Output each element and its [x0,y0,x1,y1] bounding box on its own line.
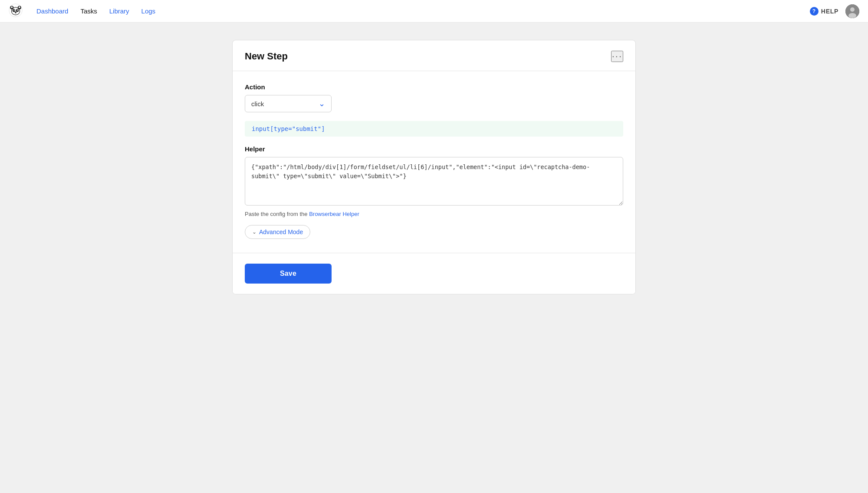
chevron-down-small-icon: ⌄ [252,229,256,235]
avatar[interactable] [845,4,859,18]
card-header: New Step ··· [233,40,635,71]
chevron-down-icon: ⌄ [319,99,325,108]
nav-link-tasks[interactable]: Tasks [80,7,97,15]
svg-point-8 [13,10,14,10]
save-button[interactable]: Save [245,264,332,284]
browserbear-helper-link[interactable]: Browserbear Helper [309,211,359,217]
card-footer: Save [233,253,635,294]
svg-point-10 [15,11,16,13]
selector-display: input[type="submit"] [245,121,623,137]
action-value: click [251,100,264,108]
advanced-mode-label: Advanced Mode [259,229,303,235]
nav-link-dashboard[interactable]: Dashboard [36,7,68,15]
help-icon: ? [810,7,819,16]
card-title: New Step [245,51,288,62]
advanced-mode-button[interactable]: ⌄ Advanced Mode [245,225,310,239]
paste-hint: Paste the config from the Browserbear He… [245,211,623,217]
paste-hint-prefix: Paste the config from the [245,211,309,217]
nav-link-logs[interactable]: Logs [141,7,156,15]
help-button[interactable]: ? HELP [810,7,838,16]
svg-point-5 [19,6,20,8]
action-dropdown[interactable]: click ⌄ [245,95,332,112]
nav-link-library[interactable]: Library [109,7,129,15]
help-label: HELP [821,8,838,15]
action-label: Action [245,83,623,91]
svg-point-9 [17,10,18,10]
card-body: Action click ⌄ input[type="submit"] Help… [233,71,635,253]
new-step-card: New Step ··· Action click ⌄ input[type="… [232,40,636,294]
helper-label: Helper [245,145,623,153]
svg-point-13 [848,13,856,18]
navbar: Dashboard Tasks Library Logs ? HELP [0,0,868,23]
svg-point-4 [11,6,13,8]
navbar-right: ? HELP [810,4,859,18]
page-content: New Step ··· Action click ⌄ input[type="… [0,23,868,312]
logo [9,3,24,19]
svg-point-12 [850,7,855,12]
more-options-button[interactable]: ··· [611,51,623,62]
helper-textarea[interactable] [245,157,623,206]
